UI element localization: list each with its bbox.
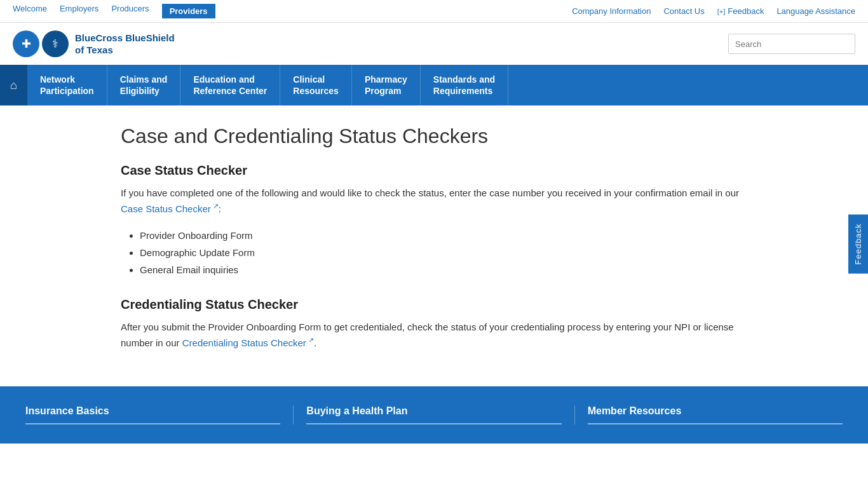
nav-claims-eligibility[interactable]: Claims andEligibility xyxy=(107,65,181,105)
case-status-list: Provider Onboarding Form Demographic Upd… xyxy=(140,227,754,278)
case-status-link-text: Case Status Checker xyxy=(121,203,211,214)
logo-line1: BlueCross BlueShield xyxy=(75,32,175,44)
nav-network-participation[interactable]: NetworkParticipation xyxy=(27,65,107,105)
footer-column-member: Member Resources xyxy=(575,405,855,424)
logo-shield-icon: ⚕ xyxy=(42,30,69,57)
main-nav: ⌂ NetworkParticipation Claims andEligibi… xyxy=(0,65,868,105)
feedback-bracket-left: [+] xyxy=(717,8,726,15)
nav-standards-requirements[interactable]: Standards andRequirements xyxy=(421,65,508,105)
list-item: Demographic Update Form xyxy=(140,244,754,261)
nav-welcome[interactable]: Welcome xyxy=(13,4,47,18)
case-status-checker-link[interactable]: Case Status Checker ↗ xyxy=(121,203,219,214)
case-status-text-after: : xyxy=(219,203,221,214)
nav-pharmacy-program[interactable]: PharmacyProgram xyxy=(352,65,421,105)
list-item: Provider Onboarding Form xyxy=(140,227,754,244)
footer-member-resources-title: Member Resources xyxy=(588,405,843,424)
logo-line2: of Texas xyxy=(75,44,175,57)
search-button[interactable]: 🔍 xyxy=(848,34,855,53)
footer-insurance-basics-title: Insurance Basics xyxy=(25,405,280,424)
utility-bar-right: Company Information Contact Us [+] Feedb… xyxy=(572,6,855,16)
feedback-label: Feedback xyxy=(728,6,764,16)
case-status-text: If you have completed one of the followi… xyxy=(121,186,754,217)
contact-us-link[interactable]: Contact Us xyxy=(663,6,704,16)
footer-columns: Insurance Basics Buying a Health Plan Me… xyxy=(13,405,855,424)
nav-providers[interactable]: Providers xyxy=(162,4,215,18)
company-info-link[interactable]: Company Information xyxy=(572,6,651,16)
content-area: Case and Credentialing Status Checkers C… xyxy=(0,105,868,386)
nav-employers[interactable]: Employers xyxy=(60,4,98,18)
footer-column-insurance: Insurance Basics xyxy=(13,405,294,424)
logo-text: BlueCross BlueShield of Texas xyxy=(75,32,175,57)
language-assistance-link[interactable]: Language Assistance xyxy=(776,6,855,16)
header: ✚ ⚕ BlueCross BlueShield of Texas 🔍 xyxy=(0,23,868,65)
search-box: 🔍 xyxy=(728,34,855,54)
case-status-title: Case Status Checker xyxy=(121,163,754,178)
logo-icon: ✚ ⚕ xyxy=(13,30,69,57)
search-icon: 🔍 xyxy=(855,39,855,49)
footer: Insurance Basics Buying a Health Plan Me… xyxy=(0,386,868,444)
nav-education-reference[interactable]: Education andReference Center xyxy=(180,65,280,105)
nav-producers[interactable]: Producers xyxy=(111,4,149,18)
utility-bar-left: Welcome Employers Producers Providers xyxy=(13,4,215,18)
case-status-text-before: If you have completed one of the followi… xyxy=(121,187,739,198)
page-title: Case and Credentialing Status Checkers xyxy=(121,125,754,148)
list-item: General Email inquiries xyxy=(140,261,754,278)
footer-buying-health-plan-title: Buying a Health Plan xyxy=(306,405,561,424)
credentialing-status-text: After you submit the Provider Onboarding… xyxy=(121,320,754,351)
nav-clinical-resources[interactable]: ClinicalResources xyxy=(280,65,352,105)
logo-cross-icon: ✚ xyxy=(13,30,39,57)
credentialing-status-checker-link[interactable]: Credentialing Status Checker ↗ xyxy=(182,337,314,348)
external-link-icon-2: ↗ xyxy=(306,336,314,344)
credentialing-link-text: Credentialing Status Checker xyxy=(182,337,306,348)
external-link-icon: ↗ xyxy=(211,202,219,210)
credentialing-status-title: Credentialing Status Checker xyxy=(121,297,754,312)
logo-area: ✚ ⚕ BlueCross BlueShield of Texas xyxy=(13,30,175,57)
utility-bar: Welcome Employers Producers Providers Co… xyxy=(0,0,868,23)
feedback-sidebar[interactable]: Feedback xyxy=(848,214,868,273)
nav-home-button[interactable]: ⌂ xyxy=(0,65,27,105)
home-icon: ⌂ xyxy=(10,79,17,92)
search-input[interactable] xyxy=(729,35,848,53)
footer-column-buying: Buying a Health Plan xyxy=(294,405,574,424)
credentialing-text-after: . xyxy=(314,337,316,348)
feedback-link[interactable]: [+] Feedback xyxy=(717,6,764,16)
